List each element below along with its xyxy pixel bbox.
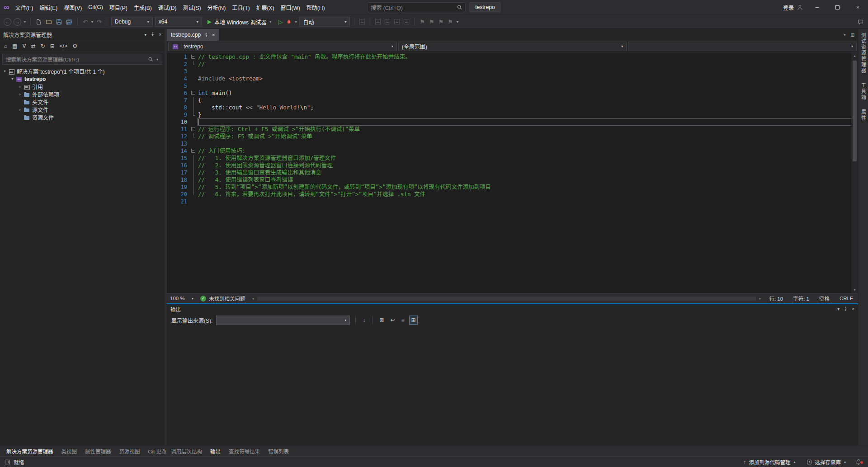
code-text[interactable]: int main() [197, 90, 851, 97]
code-text[interactable]: // 6. 将来，若要再次打开此项目，请转到“文件”>“打开”>“项目”并选择 … [197, 191, 851, 198]
window-position-icon[interactable]: ▾ [837, 307, 840, 311]
document-health-indicator[interactable]: ✓ 未找到相关问题 [197, 295, 249, 302]
outdent-icon[interactable] [384, 18, 391, 25]
chevron-down-icon[interactable]: ▾ [9, 77, 15, 81]
task-center-icon[interactable] [5, 459, 10, 465]
project-dropdown[interactable]: testrepo ▾ [168, 42, 397, 51]
menu-item-0[interactable]: 文件(F) [12, 2, 36, 13]
configuration-combo[interactable]: Debug ▾ [111, 17, 153, 27]
code-text[interactable] [197, 140, 851, 147]
breakpoint-margin[interactable] [167, 75, 175, 82]
code-line[interactable]: 8 std::cout << "Hello World!\n"; [167, 104, 851, 111]
home-icon[interactable]: ⌂ [4, 43, 7, 49]
bookmark-clear-icon[interactable]: ⚑ [447, 18, 454, 26]
panel-tab-bottom-1[interactable]: 输出 [206, 446, 225, 456]
new-file-icon[interactable] [35, 18, 42, 26]
code-line[interactable]: 15// 1. 使用解决方案资源管理器窗口添加/管理文件 [167, 155, 851, 162]
tree-item[interactable]: ▾解决方案"testrepo"(1 个项目/共 1 个) [0, 67, 165, 75]
search-options-icon[interactable]: ▾ [156, 57, 159, 61]
navigate-back-icon[interactable]: ← [4, 18, 11, 26]
status-eol[interactable]: CRLF [835, 296, 858, 301]
fold-collapse-icon[interactable]: − [191, 127, 195, 131]
breakpoint-margin[interactable] [167, 90, 175, 97]
code-line[interactable]: 20// 6. 将来，若要再次打开此项目，请转到“文件”>“打开”>“项目”并选… [167, 191, 851, 198]
menu-item-5[interactable]: 生成(B) [131, 2, 155, 13]
right-tab-0[interactable]: 测试资源管理器 [860, 33, 867, 74]
code-text[interactable]: // 5. 转到“项目”>“添加新项”以创建新的代码文件，或转到“项目”>“添加… [197, 184, 851, 191]
code-area[interactable]: 1−// testrepo.cpp : 此文件包含 "main" 函数。程序执行… [167, 52, 851, 293]
menu-item-4[interactable]: 项目(P) [106, 2, 131, 13]
breakpoint-margin[interactable] [167, 176, 175, 184]
save-icon[interactable] [55, 18, 63, 26]
editor-vertical-scrollbar[interactable]: ▴ ▾ [851, 52, 858, 293]
member-dropdown[interactable]: ▾ [628, 42, 857, 51]
menu-item-8[interactable]: 分析(N) [204, 2, 229, 13]
code-text[interactable] [197, 82, 851, 90]
menu-item-9[interactable]: 工具(T) [229, 2, 253, 13]
autoscroll-icon[interactable]: ↓ [361, 316, 367, 324]
menu-item-12[interactable]: 帮助(H) [303, 2, 328, 13]
code-line[interactable]: 19// 5. 转到“项目”>“添加新项”以创建新的代码文件，或转到“项目”>“… [167, 184, 851, 191]
breakpoint-margin[interactable] [167, 155, 175, 162]
code-text[interactable]: // 调试程序: F5 或调试 >“开始调试”菜单 [197, 133, 851, 140]
tab-list-icon[interactable]: ▾ [844, 33, 846, 37]
editor-horizontal-scrollbar[interactable]: ◂ ▸ [249, 293, 764, 303]
scrollbar-thumb[interactable] [257, 297, 756, 301]
float-window-icon[interactable]: ⊞ [851, 33, 854, 38]
breakpoint-margin[interactable] [167, 68, 175, 75]
status-char[interactable]: 字符: 1 [788, 295, 814, 302]
close-button[interactable]: × [848, 0, 868, 14]
feedback-icon[interactable] [857, 18, 864, 26]
code-line[interactable]: 3 [167, 68, 851, 75]
code-text[interactable]: { [197, 97, 851, 104]
tree-item[interactable]: ▹引用 [0, 83, 165, 90]
start-debugging-button[interactable]: ▶ 本地 Windows 调试器 ▾ [204, 16, 275, 27]
breakpoint-margin[interactable] [167, 126, 175, 133]
menu-item-2[interactable]: 视图(V) [61, 2, 85, 13]
breakpoint-margin[interactable] [167, 133, 175, 140]
fold-margin[interactable]: − [190, 53, 197, 61]
vs-logo-icon[interactable]: ∞ [4, 3, 9, 11]
fold-margin[interactable]: − [190, 90, 197, 97]
breakpoint-margin[interactable] [167, 53, 175, 61]
code-line[interactable]: 21 [167, 198, 851, 205]
code-text[interactable]: // 2. 使用团队资源管理器窗口连接到源代码管理 [197, 162, 851, 169]
select-repository-button[interactable]: 选择存储库 ▴ [803, 457, 850, 467]
minimize-button[interactable]: ─ [807, 0, 827, 14]
indent-icon[interactable] [374, 18, 382, 25]
panel-tab-3[interactable]: 资源视图 [115, 446, 144, 456]
scrollbar-thumb[interactable] [853, 61, 857, 161]
panel-tab-0[interactable]: 解决方案资源管理器 [2, 446, 57, 456]
breakpoint-margin[interactable] [167, 111, 175, 118]
menu-item-1[interactable]: 编辑(E) [36, 2, 61, 13]
show-all-files-icon[interactable]: </> [60, 43, 67, 49]
panel-tab-bottom-0[interactable]: 调用层次结构 [167, 446, 206, 456]
tree-item[interactable]: ▹外部依赖项 [0, 90, 165, 98]
code-text[interactable]: // 运行程序: Ctrl + F5 或调试 >“开始执行(不调试)”菜单 [197, 126, 851, 133]
tab-testrepo-cpp[interactable]: testrepo.cpp × [167, 29, 219, 41]
chevron-right-icon[interactable]: ▹ [17, 92, 23, 96]
hot-reload-dropdown-icon[interactable]: ▾ [294, 20, 297, 24]
close-tab-icon[interactable]: × [212, 32, 215, 38]
switch-views-icon[interactable]: ▤ [12, 43, 17, 49]
uncomment-icon[interactable] [403, 18, 410, 25]
navigate-forward-icon[interactable]: → [14, 18, 21, 26]
maximize-button[interactable] [827, 0, 848, 14]
tree-item[interactable]: 资源文件 [0, 113, 165, 121]
refresh-icon[interactable]: ↻ [41, 43, 45, 49]
chevron-right-icon[interactable]: ▹ [17, 108, 23, 112]
start-without-debugging-icon[interactable]: ▷ [277, 18, 283, 26]
code-line[interactable]: 17// 3. 使用输出窗口查看生成输出和其他消息 [167, 169, 851, 176]
pin-icon[interactable] [843, 307, 848, 311]
code-text[interactable] [197, 198, 851, 205]
close-panel-icon[interactable]: × [852, 307, 854, 311]
code-text[interactable]: #include <iostream> [197, 75, 851, 82]
messages-icon[interactable]: ≡ [400, 316, 406, 324]
code-line[interactable]: 12// 调试程序: F5 或调试 >“开始调试”菜单 [167, 133, 851, 140]
panel-tab-1[interactable]: 类视图 [57, 446, 81, 456]
comment-icon[interactable] [393, 18, 401, 25]
fold-collapse-icon[interactable]: − [191, 55, 195, 59]
code-line[interactable]: 1−// testrepo.cpp : 此文件包含 "main" 函数。程序执行… [167, 53, 851, 61]
notifications-button[interactable] [854, 459, 863, 465]
bookmark-previous-icon[interactable]: ⚑ [428, 18, 435, 26]
